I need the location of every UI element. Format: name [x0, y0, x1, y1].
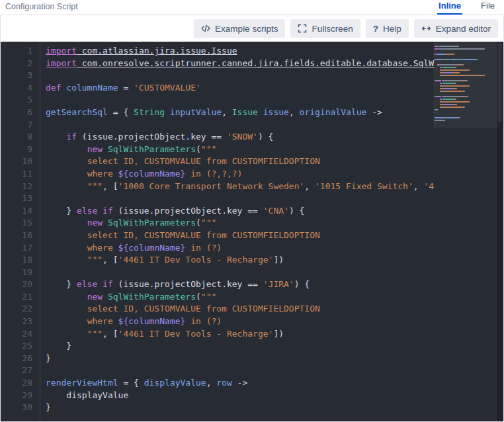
line-number: 12 [1, 181, 32, 193]
button-label: Help [383, 24, 401, 34]
minimap[interactable] [435, 42, 497, 421]
help-icon: ? [373, 24, 378, 34]
code-line: getSearchSql = { String inputValue, Issu… [46, 106, 435, 119]
line-number: 3 [1, 69, 32, 82]
line-number: 2 [1, 58, 32, 70]
fullscreen-button[interactable]: Fullscreen [290, 19, 360, 38]
code-line: } [46, 401, 435, 414]
code-line [46, 119, 435, 132]
line-number: 8 [1, 131, 32, 144]
line-number: 21 [1, 291, 32, 304]
code-line: """, ['4461 IT Dev Tools - Recharge']) [46, 254, 435, 267]
tab-inline[interactable]: Inline [437, 0, 462, 15]
header: Configuration Script InlineFile [0, 0, 504, 15]
code-line [46, 267, 435, 279]
fullscreen-icon [298, 24, 307, 33]
code-line: where ${columnName} in (?) [46, 242, 435, 255]
example-scripts-button[interactable]: Example scripts [194, 19, 285, 38]
code-line: select ID, CUSTOMVALUE from CUSTOMFIELDO… [46, 155, 435, 168]
code-line: renderViewHtml = { displayValue, row -> [46, 377, 435, 390]
page-title: Configuration Script [5, 0, 78, 11]
line-number: 19 [1, 267, 32, 279]
line-number: 25 [1, 340, 32, 353]
line-number: 29 [1, 390, 32, 402]
code-line: } else if (issue.projectObject.key == 'C… [46, 205, 435, 218]
line-number: 7 [1, 119, 32, 132]
help-button[interactable]: ?Help [366, 19, 409, 38]
tab-file[interactable]: File [480, 0, 496, 15]
line-number: 1 [1, 45, 32, 58]
minimap-lines [435, 42, 497, 124]
code-line: } [46, 353, 435, 365]
code-icon [201, 24, 210, 33]
code-area: 1234567891011121314151617181920212223242… [1, 42, 435, 421]
page: Configuration Script InlineFile Example … [0, 0, 504, 422]
tab-list: InlineFile [437, 0, 496, 15]
toolbar-buttons: Example scriptsFullscreen?HelpExpand edi… [194, 19, 498, 38]
button-label: Expand editor [436, 24, 491, 34]
toolbar: Example scriptsFullscreen?HelpExpand edi… [1, 15, 503, 42]
line-number: 14 [1, 205, 32, 218]
code-line: where ${columnName} in (?) [46, 316, 435, 328]
line-number: 22 [1, 303, 32, 316]
code-line: new SqlWithParameters(""" [46, 144, 435, 156]
code-lines: import com.atlassian.jira.issue.Issueimp… [40, 42, 435, 421]
code-line: """, ['4461 IT Dev Tools - Recharge']) [46, 328, 435, 341]
code-line [46, 364, 435, 377]
code-line: if (issue.projectObject.key == 'SNOW') { [46, 131, 435, 144]
code-line: import com.onresolve.scriptrunner.canned… [46, 58, 435, 70]
line-number: 24 [1, 328, 32, 341]
code-line: new SqlWithParameters(""" [46, 291, 435, 304]
script-editor-frame: Example scriptsFullscreen?HelpExpand edi… [0, 15, 504, 422]
gutter: 1234567891011121314151617181920212223242… [1, 42, 40, 421]
line-number: 10 [1, 155, 32, 168]
code-editor[interactable]: 1234567891011121314151617181920212223242… [1, 42, 503, 421]
code-line: import com.atlassian.jira.issue.Issue [46, 45, 435, 58]
line-number: 15 [1, 217, 32, 230]
code-line: """, ['1000 Core Transport Network Swede… [46, 181, 435, 193]
button-label: Fullscreen [312, 24, 353, 34]
line-number: 4 [1, 82, 32, 95]
code-line: select ID, CUSTOMVALUE from CUSTOMFIELDO… [46, 303, 435, 316]
expand-arrows-icon [421, 24, 431, 33]
line-number: 18 [1, 254, 32, 267]
code-line [46, 69, 435, 82]
line-number: 16 [1, 230, 32, 242]
code-line [46, 94, 435, 106]
code-line: def columnName = 'CUSTOMVALUE' [46, 82, 435, 95]
code-line: } [46, 340, 435, 353]
line-number: 5 [1, 94, 32, 106]
line-number: 30 [1, 401, 32, 414]
button-label: Example scripts [215, 24, 278, 34]
line-number: 27 [1, 364, 32, 377]
line-number: 26 [1, 353, 32, 365]
line-number: 23 [1, 316, 32, 328]
scrollbar-thumb[interactable] [498, 43, 502, 122]
line-number: 11 [1, 168, 32, 181]
code-line: select ID, CUSTOMVALUE from CUSTOMFIELDO… [46, 230, 435, 242]
line-number: 28 [1, 377, 32, 390]
code-line: where ${columnName} in (?,?,?) [46, 168, 435, 181]
expand-editor-button[interactable]: Expand editor [414, 19, 498, 38]
code-line: new SqlWithParameters(""" [46, 217, 435, 230]
line-number: 17 [1, 242, 32, 255]
code-line [46, 192, 435, 205]
code-line: displayValue [46, 390, 435, 402]
line-number: 13 [1, 192, 32, 205]
vertical-scrollbar[interactable] [497, 42, 503, 421]
code-line: } else if (issue.projectObject.key == 'J… [46, 278, 435, 291]
line-number: 6 [1, 106, 32, 119]
line-number: 20 [1, 278, 32, 291]
line-number: 9 [1, 144, 32, 156]
